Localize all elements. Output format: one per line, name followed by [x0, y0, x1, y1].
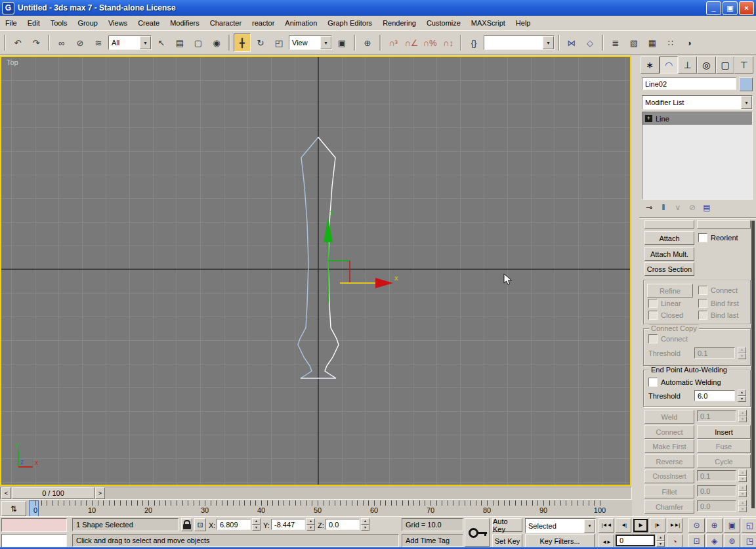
partial-button-top-right[interactable]	[697, 220, 751, 229]
min-max-toggle-button[interactable]: ◳	[742, 534, 756, 548]
chamfer-value-field[interactable]: 0.0	[697, 500, 736, 512]
undo-button[interactable]: ↶ ▾	[9, 33, 26, 52]
modifier-stack-item-line[interactable]: + Line	[642, 112, 752, 125]
tab-utilities[interactable]: ⊤	[734, 56, 753, 74]
weld-value-field[interactable]: 0.1	[697, 410, 736, 422]
connect-copy-threshold-field[interactable]: 0.1	[694, 347, 735, 359]
closed-checkbox[interactable]: Closed	[648, 311, 683, 320]
weld-threshold-spinner[interactable]: ▴▾	[738, 389, 746, 402]
minimize-button[interactable]: _	[706, 1, 721, 15]
set-key-button[interactable]: Set Key	[492, 534, 522, 548]
unlink-selection-button[interactable]: ⊘ ▾	[72, 33, 89, 52]
window-crossing-toggle-button[interactable]: ◉ ▾	[208, 33, 225, 52]
pin-stack-button[interactable]: ⊸	[642, 202, 656, 213]
snaps-toggle-button[interactable]: ∩³ ▾	[385, 33, 402, 52]
menu-item[interactable]: Customize	[421, 17, 466, 29]
time-slider-prev-button[interactable]: <	[1, 487, 11, 499]
connect-button[interactable]: Connect	[644, 425, 694, 439]
menu-item[interactable]: Rendering	[377, 17, 421, 29]
toolbar-dropdown[interactable]: View ▾	[289, 35, 332, 50]
redo-button[interactable]: ↷ ▾	[28, 33, 45, 52]
layer-manager-button[interactable]: ≣ ▾	[607, 33, 624, 52]
fuse-button[interactable]: Fuse	[697, 439, 751, 453]
menu-item[interactable]: Help	[511, 17, 536, 29]
zoom-button[interactable]: ⊙	[688, 518, 705, 533]
schematic-view-button[interactable]: ▦ ▾	[644, 33, 661, 52]
menu-item[interactable]: Modifiers	[165, 17, 205, 29]
expand-icon[interactable]: +	[645, 115, 652, 122]
x-coordinate-field[interactable]: 6.809	[217, 519, 251, 530]
select-object-button[interactable]: ↖ ▾	[153, 33, 170, 52]
maxscript-mini-listener-white[interactable]	[1, 534, 67, 548]
weld-threshold-field[interactable]: 6.0	[694, 390, 735, 401]
curve-editor-button[interactable]: ▧ ▾	[625, 33, 642, 52]
frame-spinner[interactable]: ▴▾	[656, 535, 665, 547]
menu-item[interactable]: Group	[72, 17, 103, 29]
go-to-end-button[interactable]: ►►|	[667, 518, 682, 533]
toolbar-dropdown[interactable]: All ▾	[108, 35, 152, 50]
connect-copy-checkbox[interactable]: Connect	[648, 334, 688, 343]
selection-filter-dropdown[interactable]: All ▾	[108, 34, 152, 51]
reference-coordinate-system-dropdown[interactable]: View ▾	[289, 34, 332, 51]
chamfer-button[interactable]: Chamfer	[644, 500, 694, 514]
previous-frame-button[interactable]: ◄|	[616, 518, 631, 533]
rectangular-selection-region-button[interactable]: ▢ ▾	[190, 33, 207, 52]
go-to-start-button[interactable]: |◄◄	[598, 518, 614, 533]
make-first-button[interactable]: Make First	[644, 439, 694, 453]
selection-lock-toggle[interactable]	[181, 518, 192, 531]
linear-checkbox[interactable]: Linear	[648, 299, 681, 308]
menu-item[interactable]: Graph Editors	[322, 17, 377, 29]
restore-button[interactable]: ▣	[723, 1, 738, 15]
select-and-rotate-button[interactable]: ↻ ▾	[252, 33, 269, 52]
menu-item[interactable]: reactor	[247, 17, 280, 29]
show-end-result-button[interactable]: ‖	[656, 202, 671, 213]
current-frame-field[interactable]: 0	[616, 535, 655, 546]
y-coordinate-field[interactable]: -8.447	[271, 519, 305, 530]
z-spinner[interactable]: ▴▾	[361, 518, 369, 531]
zoom-extents-all-button[interactable]: ◱	[742, 518, 756, 533]
auto-key-button[interactable]: Auto Key	[492, 518, 522, 532]
spline-left-half[interactable]	[298, 137, 318, 378]
make-unique-button[interactable]: ∨	[671, 202, 685, 213]
bind-to-space-warp-button[interactable]: ≋ ▾	[90, 33, 107, 52]
chevron-down-icon[interactable]: ▾	[741, 96, 752, 109]
align-button[interactable]: ◇ ▾	[581, 33, 598, 52]
attach-button[interactable]: Attach	[644, 231, 694, 245]
toolbar-dropdown[interactable]: ▾	[484, 35, 555, 50]
close-button[interactable]: ×	[739, 1, 754, 15]
set-keys-button[interactable]	[465, 518, 490, 547]
tab-display[interactable]: ▢	[716, 56, 735, 74]
absolute-offset-toggle[interactable]: ⊡	[194, 518, 206, 531]
refine-button[interactable]: Refine	[647, 284, 693, 297]
z-coordinate-field[interactable]: 0.0	[326, 519, 360, 530]
menu-item[interactable]: Animation	[280, 17, 322, 29]
edit-named-selections-button[interactable]: {} ▾	[465, 33, 482, 52]
crossinsert-value-field[interactable]: 0.1	[697, 470, 736, 481]
move-transform-gizmo[interactable]: y x	[324, 208, 398, 303]
connect-copy-threshold-spinner[interactable]: ▴▾	[738, 347, 746, 359]
material-editor-button[interactable]: ∷ ▾	[662, 33, 679, 52]
automatic-welding-checkbox[interactable]: Automatic Welding	[648, 378, 721, 387]
select-and-manipulate-button[interactable]: ⊕ ▾	[359, 33, 376, 52]
menu-item[interactable]: MAXScript	[466, 17, 511, 29]
cycle-button[interactable]: Cycle	[697, 454, 751, 468]
checkbox-icon[interactable]	[698, 233, 707, 242]
chevron-down-icon[interactable]: ▾	[584, 519, 595, 533]
partial-button-top-left[interactable]	[644, 220, 694, 229]
attach-mult-button[interactable]: Attach Mult.	[644, 247, 694, 261]
mirror-button[interactable]: ⋈ ▾	[563, 33, 580, 52]
maxscript-mini-listener-pink[interactable]	[1, 518, 67, 532]
select-by-name-button[interactable]: ▤ ▾	[171, 33, 188, 52]
zoom-extents-button[interactable]: ▣	[724, 518, 740, 533]
key-filters-button[interactable]: Key Filters...	[525, 534, 595, 548]
key-selection-dropdown[interactable]: Selected ▾	[525, 518, 596, 533]
fillet-value-spinner[interactable]: ▴▾	[738, 485, 747, 497]
weld-button[interactable]: Weld	[644, 410, 694, 424]
time-slider[interactable]: < 0 / 100 >	[0, 487, 632, 500]
bind-first-checkbox[interactable]: Bind first	[698, 299, 739, 308]
track-bar[interactable]: ⇅ 0102030405060708090100	[0, 500, 632, 517]
menu-item[interactable]: Create	[133, 17, 165, 29]
object-name-field[interactable]: Line02	[642, 77, 736, 90]
chevron-down-icon[interactable]: ▾	[543, 36, 554, 49]
time-slider-handle[interactable]: 0 / 100	[12, 487, 94, 499]
